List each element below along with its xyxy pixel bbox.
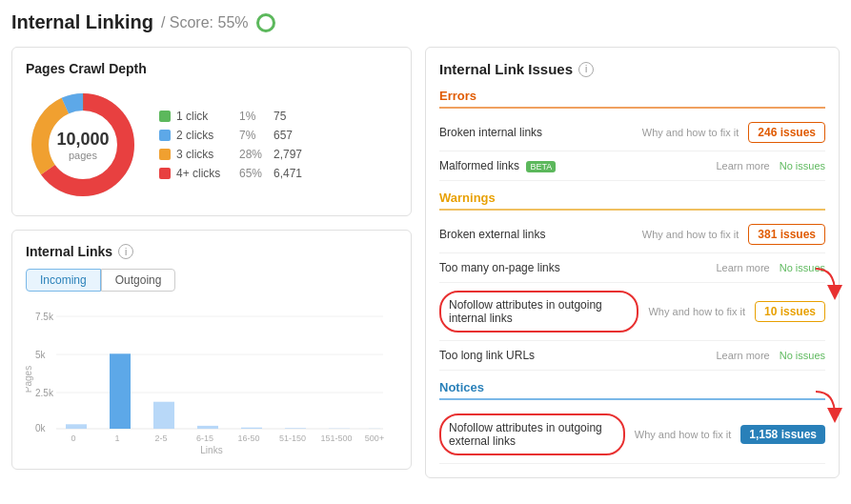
donut-number: 10,000 [56, 130, 109, 150]
legend-item-3clicks: 3 clicks 28% 2,797 [159, 148, 302, 161]
nofollow-outgoing-internal-name: Nofollow attributes in outgoing internal… [449, 298, 629, 325]
legend-pct-4plus: 65% [239, 167, 268, 180]
nofollow-outgoing-external-row: Nofollow attributes in outgoing external… [439, 406, 825, 464]
score-text: / Score: 55% [161, 14, 249, 31]
svg-text:0k: 0k [35, 423, 47, 433]
score-circle-icon [256, 13, 275, 32]
broken-external-links-name: Broken external links [439, 228, 642, 241]
legend-pct-2clicks: 7% [239, 129, 268, 142]
issues-title: Internal Link Issues [439, 61, 573, 77]
legend-pct-1click: 1% [239, 110, 268, 123]
x-axis-label: Links [26, 445, 397, 455]
legend-name-3clicks: 3 clicks [176, 148, 233, 161]
warnings-header: Warnings [439, 191, 825, 211]
legend-val-1click: 75 [274, 110, 286, 123]
nofollow-outgoing-external-name: Nofollow attributes in outgoing external… [449, 421, 616, 448]
svg-text:51-150: 51-150 [279, 433, 306, 443]
nofollow-outgoing-external-badge[interactable]: 1,158 issues [740, 425, 825, 444]
svg-text:5k: 5k [35, 350, 47, 360]
legend-item-2clicks: 2 clicks 7% 657 [159, 129, 302, 142]
malformed-links-row: Malformed links BETA Learn more No issue… [439, 151, 825, 181]
issues-info-icon[interactable]: i [578, 62, 594, 77]
svg-text:2-5: 2-5 [154, 433, 167, 443]
donut-label: pages [56, 150, 109, 161]
broken-external-links-badge[interactable]: 381 issues [748, 224, 825, 245]
legend-dot-4plus [159, 168, 171, 179]
nofollow-outgoing-internal-link[interactable]: Why and how to fix it [648, 306, 745, 317]
broken-external-links-row: Broken external links Why and how to fix… [439, 216, 825, 253]
too-long-urls-row: Too long link URLs Learn more No issues [439, 341, 825, 371]
legend-val-4plus: 6,471 [274, 167, 302, 180]
legend-item-1click: 1 click 1% 75 [159, 110, 302, 123]
page-container: Internal Linking / Score: 55% Pages Craw… [0, 0, 851, 504]
broken-internal-links-name: Broken internal links [439, 126, 642, 139]
nofollow-outgoing-internal-row: Nofollow attributes in outgoing internal… [439, 283, 825, 341]
legend-val-3clicks: 2,797 [274, 148, 302, 161]
bar-chart-container: 7.5k 5k 2.5k 0k Pages [26, 303, 397, 455]
nofollow-outgoing-external-highlight: Nofollow attributes in outgoing external… [439, 413, 625, 455]
bar-1 [110, 353, 131, 429]
svg-text:Pages: Pages [26, 366, 33, 393]
legend-dot-2clicks [159, 130, 171, 141]
issues-card: Internal Link Issues i Errors Broken int… [425, 47, 840, 478]
left-column: Pages Crawl Depth [11, 47, 412, 478]
too-many-links-link[interactable]: Learn more [716, 262, 769, 273]
crawl-content: 10,000 pages 1 click 1% 75 [26, 88, 397, 202]
donut-center: 10,000 pages [56, 130, 109, 161]
bar-16-50 [241, 428, 262, 429]
legend-name-2clicks: 2 clicks [176, 129, 233, 142]
malformed-links-link[interactable]: Learn more [716, 160, 769, 171]
donut-chart: 10,000 pages [26, 88, 140, 202]
svg-text:7.5k: 7.5k [35, 312, 54, 322]
svg-text:151-500: 151-500 [320, 433, 352, 443]
bar-2-5 [153, 402, 174, 429]
bar-0 [66, 424, 87, 429]
svg-text:16-50: 16-50 [237, 433, 259, 443]
page-header: Internal Linking / Score: 55% [11, 11, 840, 33]
legend-dot-1click [159, 111, 171, 122]
main-layout: Pages Crawl Depth [11, 47, 840, 478]
tab-outgoing[interactable]: Outgoing [101, 269, 176, 292]
legend-pct-3clicks: 28% [239, 148, 268, 161]
broken-internal-links-badge[interactable]: 246 issues [748, 122, 825, 143]
nofollow-outgoing-internal-badge[interactable]: 10 issues [755, 301, 825, 322]
errors-header: Errors [439, 89, 825, 109]
broken-internal-links-row: Broken internal links Why and how to fix… [439, 114, 825, 151]
notices-header: Notices [439, 380, 825, 400]
broken-internal-links-link[interactable]: Why and how to fix it [642, 127, 740, 138]
beta-badge: BETA [526, 161, 556, 172]
svg-text:2.5k: 2.5k [35, 388, 54, 398]
crawl-depth-title: Pages Crawl Depth [26, 61, 397, 76]
issues-header: Internal Link Issues i [439, 61, 825, 77]
arrow-annotation-1 [806, 264, 851, 302]
internal-links-title: Internal Links [26, 244, 112, 259]
too-many-links-row: Too many on-page links Learn more No iss… [439, 253, 825, 283]
too-long-urls-link[interactable]: Learn more [716, 350, 769, 361]
legend: 1 click 1% 75 2 clicks 7% 657 3 cl [159, 110, 302, 180]
page-title: Internal Linking [11, 11, 153, 33]
crawl-depth-card: Pages Crawl Depth [11, 47, 412, 216]
too-many-links-name: Too many on-page links [439, 261, 716, 274]
tab-incoming[interactable]: Incoming [26, 269, 101, 292]
legend-name-1click: 1 click [176, 110, 233, 123]
malformed-links-badge: No issues [780, 160, 825, 171]
too-long-urls-name: Too long link URLs [439, 349, 716, 362]
malformed-links-name: Malformed links BETA [439, 159, 716, 172]
too-long-urls-badge: No issues [780, 350, 825, 361]
bar-chart-svg: 7.5k 5k 2.5k 0k Pages [26, 303, 388, 446]
legend-dot-3clicks [159, 149, 171, 160]
tab-bar: Incoming Outgoing [26, 269, 397, 292]
arrow-annotation-2 [806, 387, 851, 425]
legend-val-2clicks: 657 [274, 129, 293, 142]
right-column: Internal Link Issues i Errors Broken int… [425, 47, 840, 478]
internal-links-info-icon[interactable]: i [118, 244, 133, 259]
svg-text:6-15: 6-15 [196, 433, 213, 443]
nofollow-outgoing-internal-highlight: Nofollow attributes in outgoing internal… [439, 291, 638, 333]
bar-6-15 [197, 426, 218, 429]
legend-name-4plus: 4+ clicks [176, 167, 233, 180]
nofollow-outgoing-external-link[interactable]: Why and how to fix it [635, 429, 732, 440]
svg-text:0: 0 [71, 433, 75, 443]
broken-external-links-link[interactable]: Why and how to fix it [642, 229, 740, 240]
svg-text:500+: 500+ [365, 433, 384, 443]
svg-text:1: 1 [114, 433, 119, 443]
